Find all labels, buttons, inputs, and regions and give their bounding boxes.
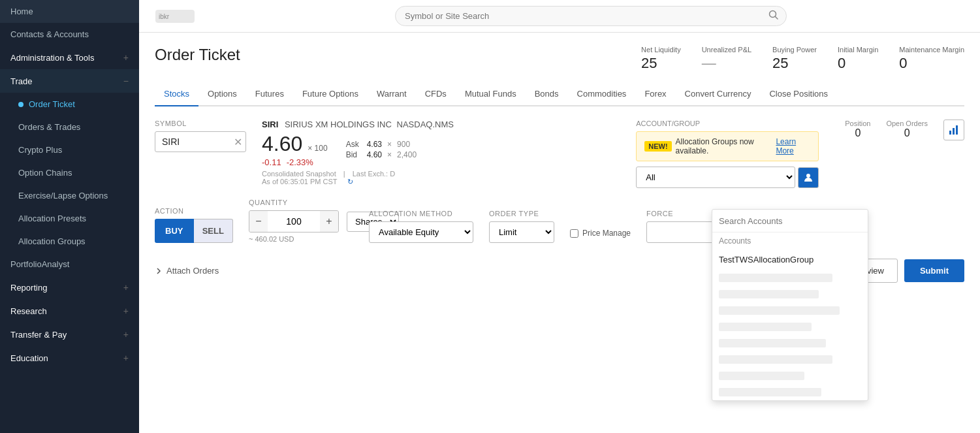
allocation-method-section: ALLOCATION METHOD Available Equity bbox=[369, 210, 473, 243]
quantity-input[interactable] bbox=[268, 212, 320, 231]
tab-options[interactable]: Options bbox=[198, 82, 246, 106]
symbol-input[interactable] bbox=[155, 131, 246, 152]
page-title: Order Ticket bbox=[155, 46, 240, 64]
account-dropdown: Accounts TestTWSAllocationGroup bbox=[712, 209, 868, 401]
tab-forex[interactable]: Forex bbox=[635, 82, 675, 106]
sidebar-item-allocation-presets[interactable]: Allocation Presets bbox=[0, 207, 139, 230]
tab-bonds[interactable]: Bonds bbox=[526, 82, 568, 106]
tab-mutual-funds[interactable]: Mutual Funds bbox=[456, 82, 526, 106]
svg-line-3 bbox=[776, 16, 778, 19]
svg-text:ibkr: ibkr bbox=[159, 13, 170, 20]
dropdown-item-test[interactable]: TestTWSAllocationGroup bbox=[712, 249, 868, 270]
symbol-section: SYMBOL ✕ bbox=[155, 120, 246, 152]
tab-stocks[interactable]: Stocks bbox=[155, 82, 198, 106]
sidebar-item-admin-tools[interactable]: Administration & Tools + bbox=[0, 46, 139, 69]
stat-initial-margin: Initial Margin 0 bbox=[838, 46, 878, 72]
tab-close-positions[interactable]: Close Positions bbox=[760, 82, 837, 106]
stats-row: Net Liquidity 25 Unrealized P&L — Buying… bbox=[641, 46, 964, 72]
sidebar-item-trade[interactable]: Trade − bbox=[0, 69, 139, 93]
sidebar-item-order-ticket[interactable]: Order Ticket bbox=[0, 93, 139, 116]
quote-header: SIRI SIRIUS XM HOLDINGS INC NASDAQ.NMS bbox=[262, 120, 620, 129]
tab-future-options[interactable]: Future Options bbox=[293, 82, 368, 106]
alloc-method-label: ALLOCATION METHOD bbox=[369, 210, 473, 217]
buy-button[interactable]: BUY bbox=[155, 219, 194, 243]
plus-icon-research: + bbox=[123, 306, 129, 316]
chart-button[interactable] bbox=[943, 120, 964, 140]
account-user-button[interactable] bbox=[798, 167, 819, 188]
sidebar-item-option-chains[interactable]: Option Chains bbox=[0, 161, 139, 184]
quantity-section: QUANTITY − + Shares ~ 460.02 USD bbox=[249, 199, 353, 243]
learn-more-link[interactable]: Learn More bbox=[776, 137, 810, 155]
account-select-row: All bbox=[636, 167, 819, 188]
separator: | bbox=[343, 170, 345, 178]
sidebar-item-allocation-groups[interactable]: Allocation Groups bbox=[0, 230, 139, 253]
order-type-select[interactable]: Limit bbox=[489, 221, 554, 243]
price-manage-section: Price Manage bbox=[570, 229, 631, 243]
tab-commodities[interactable]: Commodities bbox=[568, 82, 636, 106]
search-icon bbox=[768, 10, 779, 23]
tab-convert-currency[interactable]: Convert Currency bbox=[676, 82, 761, 106]
blurred-row-7 bbox=[712, 368, 868, 384]
search-input[interactable] bbox=[395, 6, 787, 26]
open-orders-item: Open Orders 0 bbox=[886, 120, 928, 139]
account-group-label: ACCOUNT/GROUP bbox=[636, 120, 819, 127]
plus-icon-reporting: + bbox=[123, 282, 129, 293]
svg-point-4 bbox=[806, 174, 810, 178]
active-dot bbox=[18, 102, 24, 107]
ask-row: Ask 4.63 × 900 bbox=[346, 140, 417, 149]
tab-warrant[interactable]: Warrant bbox=[368, 82, 416, 106]
main-area: ibkr Order Ticket Net Liquidity 25 Unrea… bbox=[139, 0, 980, 433]
chevron-right-icon bbox=[155, 267, 163, 275]
bid-row: Bid 4.60 × 2,400 bbox=[346, 150, 417, 159]
minus-icon: − bbox=[123, 76, 129, 86]
refresh-icon[interactable]: ↻ bbox=[347, 178, 353, 185]
sell-button[interactable]: SELL bbox=[194, 219, 234, 243]
bid-x: × bbox=[387, 150, 392, 159]
price-manage-checkbox[interactable] bbox=[570, 229, 578, 238]
sidebar-item-research[interactable]: Research + bbox=[0, 299, 139, 323]
blurred-row-3 bbox=[712, 302, 868, 319]
tab-cfds[interactable]: CFDs bbox=[416, 82, 456, 106]
tab-futures[interactable]: Futures bbox=[246, 82, 293, 106]
page-header: Order Ticket Net Liquidity 25 Unrealized… bbox=[155, 46, 964, 72]
position-section: Position 0 Open Orders 0 bbox=[840, 120, 964, 140]
stat-buying-power: Buying Power 25 bbox=[772, 46, 817, 72]
logo-image: ibkr bbox=[152, 5, 198, 28]
sidebar-item-portfolio-analyst[interactable]: PortfolioAnalyst bbox=[0, 253, 139, 276]
sidebar-item-contacts-accounts[interactable]: Contacts & Accounts bbox=[0, 23, 139, 46]
symbol-clear-icon[interactable]: ✕ bbox=[234, 136, 242, 148]
order-type-label: ORDER TYPE bbox=[489, 210, 554, 217]
sidebar-item-orders-trades[interactable]: Orders & Trades bbox=[0, 116, 139, 138]
sidebar-item-exercise-lapse[interactable]: Exercise/Lapse Options bbox=[0, 184, 139, 207]
dropdown-accounts-header: Accounts bbox=[712, 233, 868, 249]
sidebar-item-reporting[interactable]: Reporting + bbox=[0, 276, 139, 299]
ask-bid-section: Ask 4.63 × 900 Bid 4.60 × 2,400 bbox=[346, 140, 417, 159]
quote-meta: Consolidated Snapshot | Last Exch.: D As… bbox=[262, 170, 620, 186]
quantity-increase-button[interactable]: + bbox=[320, 211, 338, 232]
blurred-row-8 bbox=[712, 384, 868, 400]
quantity-decrease-button[interactable]: − bbox=[249, 211, 268, 232]
allocation-method-select[interactable]: Available Equity bbox=[369, 221, 473, 243]
logo: ibkr bbox=[152, 5, 204, 28]
blurred-row-1 bbox=[712, 270, 868, 286]
search-bar bbox=[395, 6, 787, 26]
order-tabs: Stocks Options Futures Future Options Wa… bbox=[155, 82, 964, 106]
account-section: ACCOUNT/GROUP NEW! Allocation Groups now… bbox=[636, 120, 819, 188]
topbar: ibkr bbox=[139, 0, 980, 33]
account-select[interactable]: All bbox=[636, 167, 795, 188]
submit-button[interactable]: Submit bbox=[904, 259, 964, 282]
price-manage-checkbox-label[interactable]: Price Manage bbox=[570, 229, 631, 238]
attach-orders-button[interactable]: Attach Orders bbox=[155, 266, 219, 276]
new-badge: NEW! bbox=[644, 141, 671, 152]
sidebar-item-home[interactable]: Home bbox=[0, 0, 139, 23]
stat-unrealized-pnl: Unrealized P&L — bbox=[702, 46, 751, 72]
sidebar-item-crypto-plus[interactable]: Crypto Plus bbox=[0, 138, 139, 161]
buy-sell-row: BUY SELL bbox=[155, 219, 233, 243]
order-type-section: ORDER TYPE Limit bbox=[489, 210, 554, 243]
sidebar-item-transfer-pay[interactable]: Transfer & Pay + bbox=[0, 323, 139, 346]
dropdown-search-input[interactable] bbox=[719, 216, 861, 226]
plus-icon: + bbox=[123, 52, 129, 63]
blurred-row-6 bbox=[712, 351, 868, 368]
sidebar: Home Contacts & Accounts Administration … bbox=[0, 0, 139, 433]
sidebar-item-education[interactable]: Education + bbox=[0, 346, 139, 370]
